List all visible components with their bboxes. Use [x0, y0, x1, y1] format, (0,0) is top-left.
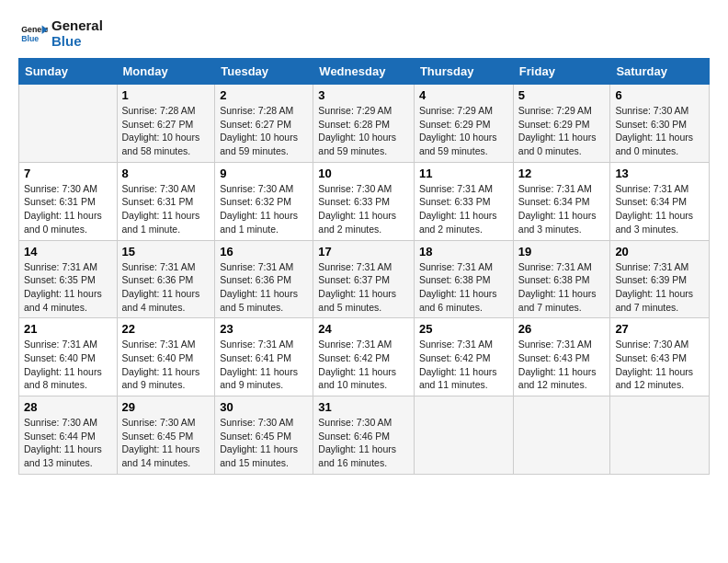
calendar-cell: 19Sunrise: 7:31 AM Sunset: 6:38 PM Dayli…: [513, 240, 610, 318]
calendar-cell: 3Sunrise: 7:29 AM Sunset: 6:28 PM Daylig…: [313, 85, 415, 163]
day-number: 21: [24, 322, 112, 336]
day-number: 30: [220, 400, 308, 414]
day-info: Sunrise: 7:30 AM Sunset: 6:32 PM Dayligh…: [220, 182, 308, 236]
day-info: Sunrise: 7:30 AM Sunset: 6:44 PM Dayligh…: [24, 416, 112, 470]
weekday-header-monday: Monday: [117, 59, 215, 85]
calendar-cell: 20Sunrise: 7:31 AM Sunset: 6:39 PM Dayli…: [610, 240, 710, 318]
calendar-cell: 29Sunrise: 7:30 AM Sunset: 6:45 PM Dayli…: [117, 396, 215, 475]
day-number: 6: [615, 88, 704, 102]
day-number: 27: [615, 322, 704, 336]
day-info: Sunrise: 7:29 AM Sunset: 6:29 PM Dayligh…: [419, 104, 508, 158]
calendar-cell: 24Sunrise: 7:31 AM Sunset: 6:42 PM Dayli…: [313, 318, 415, 396]
day-info: Sunrise: 7:31 AM Sunset: 6:37 PM Dayligh…: [318, 260, 409, 315]
calendar-cell: 1Sunrise: 7:28 AM Sunset: 6:27 PM Daylig…: [117, 85, 215, 163]
calendar-cell: [610, 396, 710, 475]
day-info: Sunrise: 7:30 AM Sunset: 6:46 PM Dayligh…: [318, 416, 409, 470]
week-row-4: 21Sunrise: 7:31 AM Sunset: 6:40 PM Dayli…: [19, 318, 710, 396]
calendar-table: SundayMondayTuesdayWednesdayThursdayFrid…: [18, 58, 710, 475]
day-number: 17: [318, 245, 409, 259]
day-number: 11: [419, 167, 508, 180]
page-header: General Blue General Blue: [18, 18, 710, 49]
calendar-cell: 6Sunrise: 7:30 AM Sunset: 6:30 PM Daylig…: [610, 85, 710, 163]
day-info: Sunrise: 7:31 AM Sunset: 6:34 PM Dayligh…: [615, 182, 704, 236]
day-info: Sunrise: 7:31 AM Sunset: 6:39 PM Dayligh…: [615, 260, 704, 315]
calendar-cell: 17Sunrise: 7:31 AM Sunset: 6:37 PM Dayli…: [313, 240, 415, 318]
day-info: Sunrise: 7:30 AM Sunset: 6:45 PM Dayligh…: [122, 416, 210, 470]
day-info: Sunrise: 7:30 AM Sunset: 6:31 PM Dayligh…: [24, 182, 112, 236]
day-number: 31: [318, 400, 409, 414]
calendar-cell: 16Sunrise: 7:31 AM Sunset: 6:36 PM Dayli…: [215, 240, 313, 318]
day-info: Sunrise: 7:31 AM Sunset: 6:33 PM Dayligh…: [419, 182, 508, 236]
day-info: Sunrise: 7:28 AM Sunset: 6:27 PM Dayligh…: [220, 104, 308, 158]
day-info: Sunrise: 7:31 AM Sunset: 6:40 PM Dayligh…: [24, 338, 112, 392]
day-info: Sunrise: 7:30 AM Sunset: 6:31 PM Dayligh…: [122, 182, 210, 236]
day-info: Sunrise: 7:31 AM Sunset: 6:36 PM Dayligh…: [122, 260, 210, 315]
calendar-cell: 22Sunrise: 7:31 AM Sunset: 6:40 PM Dayli…: [117, 318, 215, 396]
weekday-header-saturday: Saturday: [610, 59, 710, 85]
day-info: Sunrise: 7:31 AM Sunset: 6:43 PM Dayligh…: [518, 338, 606, 392]
weekday-header-thursday: Thursday: [414, 59, 513, 85]
day-info: Sunrise: 7:31 AM Sunset: 6:38 PM Dayligh…: [419, 260, 508, 315]
logo-general: General: [51, 18, 103, 34]
day-number: 7: [24, 167, 112, 180]
calendar-cell: 18Sunrise: 7:31 AM Sunset: 6:38 PM Dayli…: [414, 240, 513, 318]
calendar-cell: 12Sunrise: 7:31 AM Sunset: 6:34 PM Dayli…: [513, 162, 610, 240]
calendar-cell: 13Sunrise: 7:31 AM Sunset: 6:34 PM Dayli…: [610, 162, 710, 240]
day-info: Sunrise: 7:31 AM Sunset: 6:36 PM Dayligh…: [220, 260, 308, 315]
day-number: 4: [419, 88, 508, 102]
calendar-cell: 4Sunrise: 7:29 AM Sunset: 6:29 PM Daylig…: [414, 85, 513, 163]
day-info: Sunrise: 7:31 AM Sunset: 6:34 PM Dayligh…: [518, 182, 606, 236]
week-row-1: 1Sunrise: 7:28 AM Sunset: 6:27 PM Daylig…: [19, 85, 710, 163]
day-number: 24: [318, 322, 409, 336]
day-info: Sunrise: 7:29 AM Sunset: 6:28 PM Dayligh…: [318, 104, 409, 158]
calendar-cell: [19, 85, 118, 163]
day-number: 1: [122, 88, 210, 102]
logo-blue: Blue: [51, 34, 103, 50]
calendar-cell: [513, 396, 610, 475]
day-number: 26: [518, 322, 606, 336]
day-info: Sunrise: 7:28 AM Sunset: 6:27 PM Dayligh…: [122, 104, 210, 158]
week-row-5: 28Sunrise: 7:30 AM Sunset: 6:44 PM Dayli…: [19, 396, 710, 475]
calendar-cell: 8Sunrise: 7:30 AM Sunset: 6:31 PM Daylig…: [117, 162, 215, 240]
day-info: Sunrise: 7:31 AM Sunset: 6:38 PM Dayligh…: [518, 260, 606, 315]
calendar-cell: 7Sunrise: 7:30 AM Sunset: 6:31 PM Daylig…: [19, 162, 118, 240]
calendar-cell: 31Sunrise: 7:30 AM Sunset: 6:46 PM Dayli…: [313, 396, 415, 475]
calendar-cell: 28Sunrise: 7:30 AM Sunset: 6:44 PM Dayli…: [19, 396, 118, 475]
day-info: Sunrise: 7:31 AM Sunset: 6:35 PM Dayligh…: [24, 260, 112, 315]
day-number: 13: [615, 167, 704, 180]
day-info: Sunrise: 7:31 AM Sunset: 6:40 PM Dayligh…: [122, 338, 210, 392]
day-info: Sunrise: 7:29 AM Sunset: 6:29 PM Dayligh…: [518, 104, 606, 158]
calendar-cell: 27Sunrise: 7:30 AM Sunset: 6:43 PM Dayli…: [610, 318, 710, 396]
day-number: 2: [220, 88, 308, 102]
day-number: 5: [518, 88, 606, 102]
day-number: 29: [122, 400, 210, 414]
week-row-3: 14Sunrise: 7:31 AM Sunset: 6:35 PM Dayli…: [19, 240, 710, 318]
day-info: Sunrise: 7:30 AM Sunset: 6:30 PM Dayligh…: [615, 104, 704, 158]
calendar-cell: 10Sunrise: 7:30 AM Sunset: 6:33 PM Dayli…: [313, 162, 415, 240]
day-number: 9: [220, 167, 308, 180]
calendar-cell: 23Sunrise: 7:31 AM Sunset: 6:41 PM Dayli…: [215, 318, 313, 396]
svg-text:Blue: Blue: [21, 34, 39, 43]
calendar-cell: 25Sunrise: 7:31 AM Sunset: 6:42 PM Dayli…: [414, 318, 513, 396]
day-number: 22: [122, 322, 210, 336]
calendar-cell: 26Sunrise: 7:31 AM Sunset: 6:43 PM Dayli…: [513, 318, 610, 396]
weekday-header-tuesday: Tuesday: [215, 59, 313, 85]
day-number: 14: [24, 245, 112, 259]
day-number: 16: [220, 245, 308, 259]
day-number: 20: [615, 245, 704, 259]
day-number: 18: [419, 245, 508, 259]
day-info: Sunrise: 7:31 AM Sunset: 6:42 PM Dayligh…: [419, 338, 508, 392]
calendar-cell: 21Sunrise: 7:31 AM Sunset: 6:40 PM Dayli…: [19, 318, 118, 396]
logo-icon: General Blue: [18, 19, 48, 49]
week-row-2: 7Sunrise: 7:30 AM Sunset: 6:31 PM Daylig…: [19, 162, 710, 240]
logo: General Blue General Blue: [18, 18, 103, 49]
weekday-header-friday: Friday: [513, 59, 610, 85]
calendar-cell: 5Sunrise: 7:29 AM Sunset: 6:29 PM Daylig…: [513, 85, 610, 163]
day-number: 8: [122, 167, 210, 180]
day-info: Sunrise: 7:31 AM Sunset: 6:42 PM Dayligh…: [318, 338, 409, 392]
calendar-cell: [414, 396, 513, 475]
calendar-cell: 15Sunrise: 7:31 AM Sunset: 6:36 PM Dayli…: [117, 240, 215, 318]
day-number: 10: [318, 167, 409, 180]
calendar-cell: 14Sunrise: 7:31 AM Sunset: 6:35 PM Dayli…: [19, 240, 118, 318]
day-info: Sunrise: 7:30 AM Sunset: 6:33 PM Dayligh…: [318, 182, 409, 236]
